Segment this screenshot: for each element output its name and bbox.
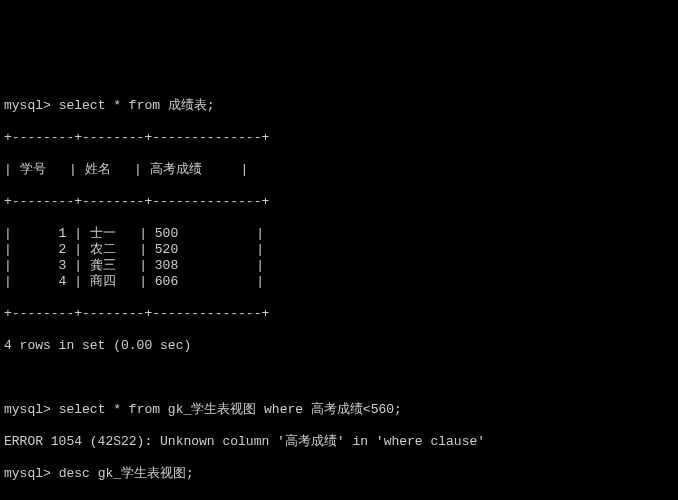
table1-border-mid: +--------+--------+--------------+ [4,194,674,210]
mysql-prompt: mysql> [4,98,51,113]
mysql-prompt: mysql> [4,402,51,417]
error-line: ERROR 1054 (42S22): Unknown column '高考成绩… [4,434,674,450]
table1-border-top: +--------+--------+--------------+ [4,130,674,146]
table1-header: | 学号 | 姓名 | 高考成绩 | [4,162,674,178]
table1-border-bot: +--------+--------+--------------+ [4,306,674,322]
mysql-prompt: mysql> [4,466,51,481]
query-1: select * from 成绩表; [59,98,215,113]
terminal-output: mysql> select * from 成绩表; +--------+----… [0,80,678,500]
table1-row: | 3 | 龚三 | 308 | [4,258,674,274]
table1-row: | 1 | 士一 | 500 | [4,226,674,242]
table1-row: | 2 | 农二 | 520 | [4,242,674,258]
table1-status: 4 rows in set (0.00 sec) [4,338,674,354]
query-2: select * from gk_学生表视图 where 高考成绩<560; [59,402,402,417]
query-3: desc gk_学生表视图; [59,466,194,481]
table1-row: | 4 | 商四 | 606 | [4,274,674,290]
